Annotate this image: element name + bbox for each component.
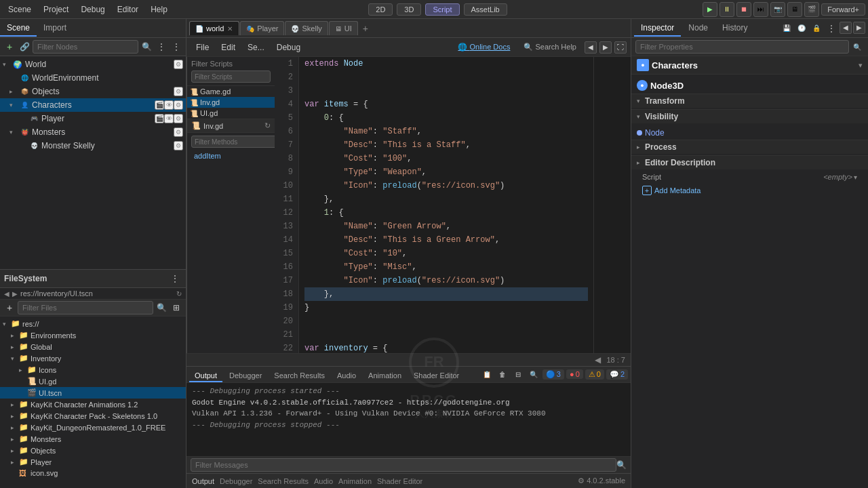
inspector-options-btn[interactable]: ⋮	[825, 22, 838, 35]
tab-searchresults2[interactable]: Search Results	[258, 477, 309, 485]
debug-search-btn[interactable]: 🔍	[527, 367, 540, 381]
reload-btn[interactable]: ↻	[264, 121, 271, 130]
fs-item-uigd[interactable]: 📜 UI.gd	[0, 375, 186, 387]
nav-next-btn[interactable]: ▶	[599, 41, 612, 54]
inspector-tab-node[interactable]: Node	[682, 20, 715, 37]
inspector-nav-prev[interactable]: ◀	[840, 22, 852, 34]
fs-item-iconsvg[interactable]: 🖼 icon.svg	[0, 468, 186, 479]
camera-button[interactable]: 📷	[770, 2, 785, 17]
filter-icon[interactable]: 🔍	[140, 40, 153, 54]
script-prop-dropdown[interactable]: ▾	[854, 174, 857, 181]
debug-tab-shader[interactable]: Shader Editor	[408, 370, 465, 382]
fs-item-res[interactable]: ▾ 📁 res://	[0, 318, 186, 329]
menu-debug2[interactable]: Debug	[271, 41, 306, 54]
inspector-nav-next[interactable]: ▶	[853, 22, 865, 34]
debug-tab-debugger[interactable]: Debugger	[224, 370, 267, 382]
inspector-tab-history[interactable]: History	[715, 20, 754, 37]
play-button[interactable]: ▶	[703, 2, 717, 17]
editor-tab-skelly[interactable]: 💀 Skelly	[285, 21, 328, 35]
filter-scripts-input[interactable]	[191, 70, 271, 83]
menu-editor[interactable]: Editor	[112, 3, 144, 16]
skelly-settings[interactable]: ⚙	[174, 141, 183, 150]
fs-item-kaykit-dung[interactable]: ▸ 📁 KayKit_DungeonRemastered_1.0_FREE	[0, 422, 186, 433]
forward-btn[interactable]: Forward+	[821, 3, 865, 16]
debug-filter-btn[interactable]: ⊟	[511, 367, 525, 381]
fs-item-env[interactable]: ▸ 📁 Environments	[0, 329, 186, 341]
fs-item-icons[interactable]: ▸ 📁 Icons	[0, 364, 186, 375]
visibility-section[interactable]: ▾ Visibility	[631, 109, 868, 123]
world-tab-close[interactable]: ✕	[226, 25, 233, 33]
debug-tab-output[interactable]: Output	[189, 370, 222, 382]
tree-item-skelly[interactable]: 💀 Monster Skelly ⚙	[0, 139, 186, 152]
step-button[interactable]: ⏭	[753, 2, 768, 17]
inspector-history-btn[interactable]: 🕐	[795, 22, 808, 35]
menu-project[interactable]: Project	[38, 3, 74, 16]
script-item-invgd[interactable]: 📜 Inv.gd	[187, 97, 275, 108]
fs-layout-btn[interactable]: ⊞	[170, 301, 183, 314]
fs-back[interactable]: ◀	[4, 290, 9, 298]
tree-item-objects[interactable]: ▸ 📦 Objects ⚙	[0, 85, 186, 98]
nav-prev-btn[interactable]: ◀	[585, 41, 597, 54]
menu-scene[interactable]: Scene	[3, 3, 37, 16]
inspector-lock-btn[interactable]: 🔒	[810, 22, 823, 35]
tab-animation2[interactable]: Animation	[338, 477, 372, 485]
mode-3d[interactable]: 3D	[397, 3, 421, 16]
menu-help[interactable]: Help	[145, 3, 173, 16]
monsters-settings[interactable]: ⚙	[174, 127, 183, 137]
tab-audio2[interactable]: Audio	[314, 477, 333, 485]
player-settings[interactable]: ⚙	[174, 114, 183, 123]
method-additem[interactable]: addItem	[191, 150, 271, 161]
tab-import[interactable]: Import	[37, 20, 73, 37]
tree-item-worldenv[interactable]: 🌐 WorldEnvironment	[0, 71, 186, 85]
tree-item-player[interactable]: 🎮 Player 🎬 👁 ⚙	[0, 112, 186, 125]
add-node-button[interactable]: +	[3, 40, 16, 54]
tab-shader2[interactable]: Shader Editor	[377, 477, 422, 485]
editor-tab-ui[interactable]: 🖥 UI	[329, 21, 358, 35]
tab-add-button[interactable]: +	[359, 22, 372, 35]
screen-button[interactable]: 🖥	[787, 2, 802, 17]
inspector-header-options[interactable]: ▾	[859, 61, 863, 70]
fs-search-btn[interactable]: 🔍	[155, 301, 168, 314]
characters-settings[interactable]: ⚙	[174, 100, 183, 110]
more-options-button[interactable]: ⋮	[170, 40, 183, 54]
filter-methods-input[interactable]	[191, 136, 284, 148]
debug-tab-anim[interactable]: Animation	[363, 370, 407, 382]
inspector-save-btn[interactable]: 💾	[780, 22, 793, 35]
editor-tab-player[interactable]: 🎭 Player	[240, 21, 284, 35]
pause-button[interactable]: ⏸	[719, 2, 734, 17]
player-scene[interactable]: 🎬	[155, 114, 164, 123]
msg-search-btn[interactable]: 🔍	[616, 460, 627, 470]
fs-item-kaykit-skel[interactable]: ▸ 📁 KayKit Character Pack - Skeletons 1.…	[0, 410, 186, 422]
editor-desc-section[interactable]: ▸ Editor Description	[631, 155, 868, 169]
filter-files-input[interactable]	[18, 301, 153, 314]
add-metadata-btn[interactable]: + Add Metadata	[631, 183, 868, 198]
link-button[interactable]: 🔗	[18, 40, 31, 54]
mode-assetlib[interactable]: AssetLib	[464, 3, 507, 16]
inspector-tab-inspector[interactable]: Inspector	[634, 20, 681, 37]
online-docs-btn[interactable]: 🌐 Online Docs	[452, 41, 515, 53]
filter-props-search[interactable]: 🔍	[850, 40, 864, 54]
menu-se[interactable]: Se...	[242, 41, 270, 54]
characters-lock[interactable]: 👁	[164, 100, 174, 110]
script-item-gamegd[interactable]: 📜 Game.gd	[187, 86, 275, 97]
transform-section[interactable]: ▾ Transform	[631, 94, 868, 108]
fs-add[interactable]: +	[3, 301, 16, 314]
filter-properties-input[interactable]	[635, 40, 849, 54]
fs-item-global[interactable]: ▸ 📁 Global	[0, 341, 186, 352]
script-item-uigd2[interactable]: 📜 UI.gd	[187, 108, 275, 119]
world-settings[interactable]: ⚙	[174, 60, 183, 69]
fs-item-monsters2[interactable]: ▸ 📁 Monsters	[0, 433, 186, 445]
objects-settings[interactable]: ⚙	[174, 87, 183, 96]
tab-scene[interactable]: Scene	[0, 20, 37, 37]
fs-options[interactable]: ⋮	[168, 272, 182, 285]
fs-refresh[interactable]: ↻	[176, 290, 182, 298]
tab-debugger2[interactable]: Debugger	[220, 477, 252, 485]
debug-clear-btn[interactable]: 🗑	[496, 367, 509, 381]
tree-item-characters[interactable]: ▾ 👤 Characters 🎬 👁 ⚙	[0, 98, 186, 112]
menu-file[interactable]: File	[191, 41, 214, 54]
fs-item-kaykit-anim[interactable]: ▸ 📁 KayKit Character Animations 1.2	[0, 399, 186, 410]
editor-tab-world[interactable]: 📄 world ✕	[189, 21, 239, 35]
debug-copy-btn[interactable]: 📋	[480, 367, 494, 381]
debug-tab-search[interactable]: Search Results	[269, 370, 330, 382]
search-help-btn[interactable]: 🔍 Search Help	[518, 41, 582, 53]
